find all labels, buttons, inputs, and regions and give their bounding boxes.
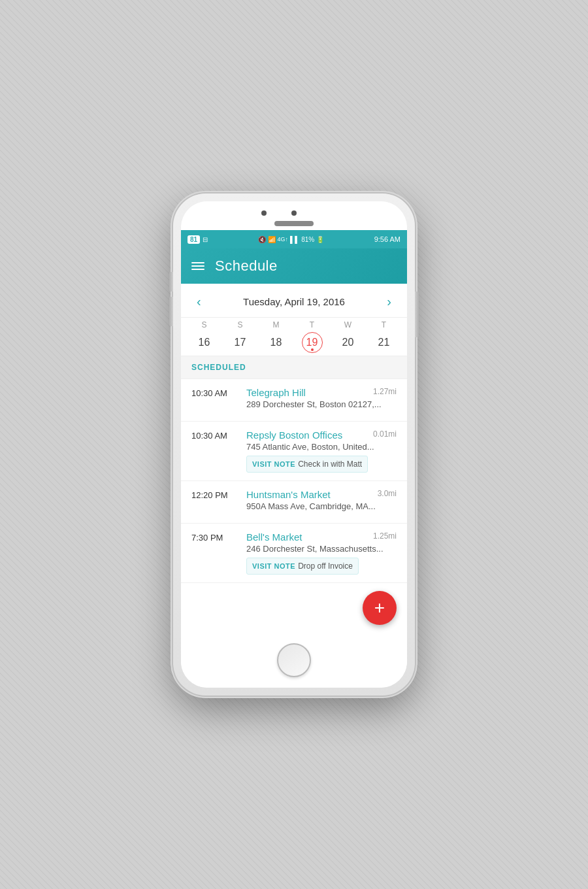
section-scheduled-label: SCHEDULED	[181, 356, 407, 379]
day-letter-3: T	[310, 320, 314, 329]
item-address-0: 289 Dorchester St, Boston 02127,...	[246, 399, 397, 409]
day-letter-2: M	[273, 320, 280, 329]
wifi-icon: 📶	[268, 236, 276, 243]
item-header-3: Bell's Market 1.25mi	[246, 531, 397, 543]
visit-note-3: VISIT NOTE Drop off Invoice	[246, 558, 359, 575]
home-button[interactable]	[277, 643, 311, 677]
volume-buttons	[169, 272, 173, 326]
next-date-button[interactable]: ›	[382, 292, 397, 312]
phone-frame: 81 ⊟ 🔇 📶 4G↑ ▌▌ 81% 🔋 9:56 AM	[173, 193, 415, 696]
network-icon: 4G↑	[278, 236, 289, 243]
item-address-1: 745 Atlantic Ave, Boston, United...	[246, 442, 397, 452]
item-time-2: 12:20 PM	[191, 489, 238, 500]
item-time-3: 7:30 PM	[191, 531, 238, 543]
item-content-3: Bell's Market 1.25mi 246 Dorchester St, …	[246, 531, 397, 575]
item-address-3: 246 Dorchester St, Massachusetts...	[246, 544, 397, 554]
volume-down	[169, 297, 173, 326]
notification-badge: 81	[188, 235, 200, 244]
status-right-icons: 🔇 📶 4G↑ ▌▌ 81% 🔋	[258, 236, 325, 243]
item-header-0: Telegraph Hill 1.27mi	[246, 387, 397, 398]
calendar-nav: ‹ Tuesday, April 19, 2016 ›	[181, 284, 407, 318]
item-content-1: Repsly Boston Offices 0.01mi 745 Atlanti…	[246, 429, 397, 473]
day-col-4[interactable]: W 20	[335, 320, 361, 353]
day-col-1[interactable]: S 17	[227, 320, 253, 353]
prev-date-button[interactable]: ‹	[191, 292, 206, 312]
day-letter-5: T	[382, 320, 386, 329]
day-number-0: 16	[194, 332, 215, 353]
day-number-5: 21	[374, 332, 395, 353]
front-camera	[261, 210, 267, 216]
power-btn	[415, 292, 419, 337]
speaker	[274, 221, 314, 226]
day-letter-1: S	[237, 320, 242, 329]
visit-note-text-3: Drop off Invoice	[298, 562, 353, 571]
battery-icon: 🔋	[316, 236, 324, 243]
day-col-3[interactable]: T 19	[299, 320, 325, 353]
day-col-2[interactable]: M 18	[263, 320, 289, 353]
screen-content: 81 ⊟ 🔇 📶 4G↑ ▌▌ 81% 🔋 9:56 AM	[181, 230, 407, 635]
calendar-date-title: Tuesday, April 19, 2016	[243, 296, 345, 307]
status-bar: 81 ⊟ 🔇 📶 4G↑ ▌▌ 81% 🔋 9:56 AM	[181, 230, 407, 248]
item-header-1: Repsly Boston Offices 0.01mi	[246, 429, 397, 441]
battery-text: 81%	[301, 236, 314, 243]
schedule-item-2[interactable]: 12:20 PM Huntsman's Market 3.0mi 950A Ma…	[181, 481, 407, 524]
hamburger-line-3	[191, 269, 204, 270]
phone-screen: 81 ⊟ 🔇 📶 4G↑ ▌▌ 81% 🔋 9:56 AM	[181, 201, 407, 688]
status-icons: ⊟	[203, 236, 208, 243]
item-name-0: Telegraph Hill	[246, 387, 306, 398]
day-letter-0: S	[201, 320, 206, 329]
status-left: 81 ⊟	[188, 235, 208, 244]
power-button	[415, 292, 419, 337]
item-time-1: 10:30 AM	[191, 429, 238, 441]
phone-top	[181, 201, 407, 230]
add-button[interactable]: +	[363, 591, 397, 625]
mute-icon: 🔇	[258, 236, 266, 243]
item-distance-0: 1.27mi	[373, 387, 397, 396]
item-name-1: Repsly Boston Offices	[246, 429, 342, 441]
hamburger-line-1	[191, 262, 204, 263]
schedule-item-1[interactable]: 10:30 AM Repsly Boston Offices 0.01mi 74…	[181, 422, 407, 481]
week-row: S 16 S 17 M 18 T 19 W 20	[181, 318, 407, 356]
fab-container: +	[181, 583, 407, 635]
visit-note-label-3: VISIT NOTE	[252, 562, 295, 570]
item-distance-3: 1.25mi	[373, 531, 397, 541]
day-col-5[interactable]: T 21	[371, 320, 397, 353]
visit-note-text-1: Check in with Matt	[298, 460, 362, 469]
app-header: Schedule	[181, 248, 407, 284]
page-title: Schedule	[215, 258, 278, 275]
item-content-2: Huntsman's Market 3.0mi 950A Mass Ave, C…	[246, 489, 397, 515]
hamburger-menu[interactable]	[191, 262, 204, 270]
schedule-item-3[interactable]: 7:30 PM Bell's Market 1.25mi 246 Dorches…	[181, 524, 407, 583]
day-number-3: 19	[302, 332, 323, 353]
camera-dot	[291, 210, 297, 216]
item-content-0: Telegraph Hill 1.27mi 289 Dorchester St,…	[246, 387, 397, 413]
day-col-0[interactable]: S 16	[191, 320, 218, 353]
hamburger-line-2	[191, 265, 204, 267]
item-time-0: 10:30 AM	[191, 387, 238, 398]
volume-up	[169, 272, 173, 292]
schedule-item-0[interactable]: 10:30 AM Telegraph Hill 1.27mi 289 Dorch…	[181, 379, 407, 422]
item-name-2: Huntsman's Market	[246, 489, 331, 500]
visit-note-label-1: VISIT NOTE	[252, 460, 295, 468]
item-distance-2: 3.0mi	[378, 489, 397, 498]
item-name-3: Bell's Market	[246, 531, 302, 543]
day-letter-4: W	[344, 320, 351, 329]
day-number-4: 20	[338, 332, 359, 353]
item-address-2: 950A Mass Ave, Cambridge, MA...	[246, 501, 397, 511]
signal-icon: ▌▌	[290, 236, 299, 243]
day-number-1: 17	[230, 332, 251, 353]
day-number-2: 18	[266, 332, 287, 353]
item-header-2: Huntsman's Market 3.0mi	[246, 489, 397, 500]
item-distance-1: 0.01mi	[373, 429, 397, 439]
visit-note-1: VISIT NOTE Check in with Matt	[246, 456, 368, 473]
phone-bottom	[181, 635, 407, 688]
status-time: 9:56 AM	[374, 235, 400, 243]
